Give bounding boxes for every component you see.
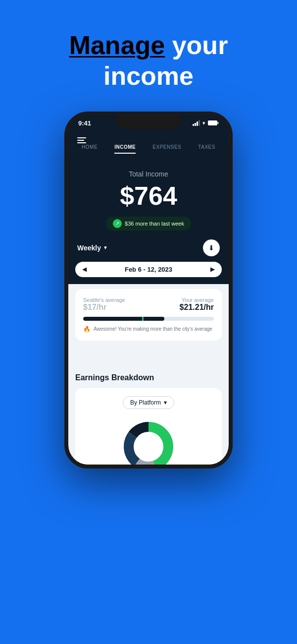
- volume-down-button: [64, 182, 65, 202]
- city-average-section: Seattle's average $17/hr: [83, 297, 125, 312]
- svg-point-7: [135, 433, 162, 461]
- phone-screen: 9:41 ▾: [68, 116, 229, 465]
- battery-icon: [208, 120, 219, 126]
- donut-chart: [119, 417, 178, 465]
- platform-selector[interactable]: By Platform ▾: [123, 396, 174, 409]
- hero-title-suffix: your: [165, 31, 228, 59]
- progress-track: [83, 317, 214, 321]
- hero-title: Manage your income: [0, 30, 297, 92]
- badge-text: $36 more than last week: [125, 221, 184, 227]
- earnings-title: Earnings Breakdown: [75, 373, 222, 382]
- download-button[interactable]: ⬇: [203, 239, 220, 256]
- weekly-row: Weekly ▼ ⬇: [68, 239, 229, 256]
- status-time: 9:41: [78, 119, 91, 127]
- phone-frame: 9:41 ▾: [64, 112, 233, 468]
- income-section: Total Income $764 ↗ $36 more than last w…: [68, 160, 229, 231]
- volume-up-button: [64, 165, 65, 179]
- hamburger-menu[interactable]: [77, 137, 86, 143]
- average-card: Seattle's average $17/hr Your average $2…: [75, 289, 222, 341]
- progress-marker: [142, 317, 144, 321]
- income-amount: $764: [78, 181, 219, 211]
- platform-chevron-icon: ▾: [164, 399, 167, 406]
- avg-tip-text: Awesome! You're making more than the cit…: [94, 326, 212, 332]
- flame-icon: 🔥: [83, 326, 91, 333]
- hero-title-income: income: [103, 61, 194, 90]
- average-tip: 🔥 Awesome! You're making more than the c…: [83, 326, 214, 333]
- tab-expenses[interactable]: EXPENSES: [152, 144, 181, 154]
- phone-mockup: 9:41 ▾: [0, 112, 297, 468]
- average-row: Seattle's average $17/hr Your average $2…: [83, 297, 214, 312]
- donut-svg: [119, 417, 178, 465]
- date-bar: ◀ Feb 6 - 12, 2023 ▶: [75, 262, 222, 277]
- svg-rect-2: [218, 122, 219, 124]
- prev-date-button[interactable]: ◀: [82, 266, 87, 273]
- progress-fill: [83, 317, 164, 321]
- city-average-value: $17/hr: [83, 303, 125, 312]
- hero-section: Manage your income: [0, 0, 297, 112]
- tab-home[interactable]: HOME: [82, 144, 98, 154]
- weekly-selector[interactable]: Weekly ▼: [77, 244, 108, 252]
- signal-icon: [193, 120, 200, 126]
- your-average-label: Your average: [180, 297, 214, 303]
- hero-title-manage: Manage: [69, 31, 165, 59]
- svg-rect-1: [208, 121, 216, 125]
- earnings-section: Earnings Breakdown By Platform ▾: [75, 373, 222, 465]
- date-range-text: Feb 6 - 12, 2023: [125, 266, 172, 273]
- download-icon: ⬇: [208, 244, 214, 252]
- income-badge: ↗ $36 more than last week: [106, 217, 191, 231]
- badge-arrow-icon: ↗: [113, 219, 122, 228]
- platform-selector-label: By Platform: [130, 399, 161, 406]
- phone-notch: [116, 116, 181, 129]
- city-average-label: Seattle's average: [83, 297, 125, 303]
- earnings-card: By Platform ▾: [75, 388, 222, 465]
- your-average-section: Your average $21.21/hr: [180, 297, 214, 312]
- tab-income[interactable]: INCOME: [114, 144, 136, 154]
- power-button: [232, 175, 233, 201]
- chevron-down-icon: ▼: [103, 245, 108, 250]
- next-date-button[interactable]: ▶: [210, 266, 215, 273]
- weekly-label: Weekly: [77, 244, 101, 252]
- nav-tabs: HOME INCOME EXPENSES TAXES: [68, 144, 229, 154]
- wifi-icon: ▾: [202, 120, 205, 126]
- income-label: Total Income: [78, 170, 219, 178]
- status-icons: ▾: [193, 120, 219, 126]
- tab-taxes[interactable]: TAXES: [198, 144, 215, 154]
- your-average-value: $21.21/hr: [180, 303, 214, 312]
